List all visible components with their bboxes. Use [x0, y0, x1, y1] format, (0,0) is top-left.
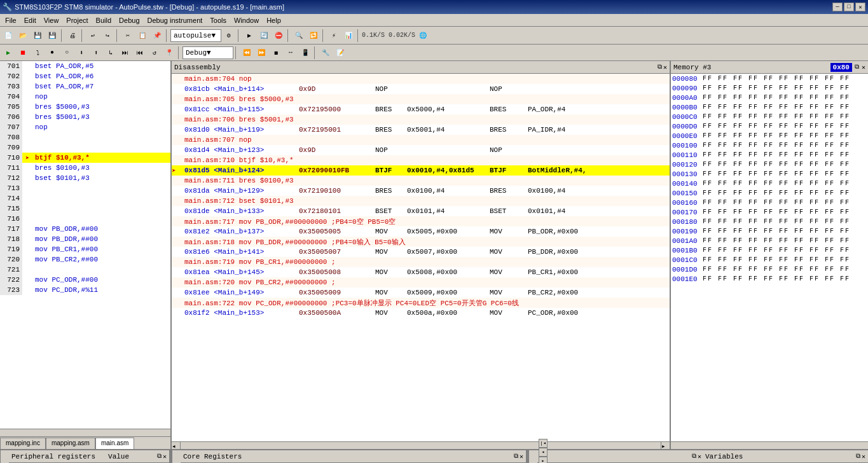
line-code-text[interactable]: btjf $10,#3,* — [32, 154, 90, 162]
maximize-button[interactable]: □ — [844, 3, 854, 11]
periph-float-button[interactable]: ⧉ — [157, 453, 162, 460]
d5[interactable]: 📱 — [298, 46, 312, 60]
periph-close-button[interactable]: ✕ — [163, 453, 167, 460]
line-code-text[interactable]: nop — [32, 123, 48, 131]
step-out-button[interactable]: ⬆ — [89, 46, 103, 60]
next-button[interactable]: ⏭ — [118, 46, 132, 60]
find-button[interactable]: 🔍 — [292, 29, 306, 43]
paste-button[interactable]: 📌 — [150, 29, 164, 43]
disasm-scroll-left[interactable]: ◂ — [172, 442, 181, 449]
menu-item-help[interactable]: Help — [263, 15, 285, 25]
source-hscroll[interactable] — [0, 429, 170, 436]
save-button[interactable]: 💾 — [31, 29, 45, 43]
watch-nav-prev[interactable]: ◂ — [539, 448, 548, 457]
tab-main-asm[interactable]: main.asm — [95, 438, 134, 449]
disasm-hex: 0x72195000 — [299, 106, 375, 113]
title-bar: 🔧 STM8S103F2P STM8 simulator - AutoPulse… — [0, 0, 868, 14]
line-code-text[interactable]: nop — [32, 93, 48, 100]
menu-item-build[interactable]: Build — [92, 15, 115, 25]
stop-build-button[interactable]: ⛔ — [272, 29, 286, 43]
d4[interactable]: ↔ — [284, 46, 298, 60]
minimize-button[interactable]: ─ — [832, 3, 843, 11]
rebuild-button[interactable]: 🔄 — [257, 29, 271, 43]
line-code-text[interactable]: bset PA_ODR,#5 — [32, 62, 93, 70]
menu-item-window[interactable]: Window — [230, 15, 263, 25]
step-over-button[interactable]: ⤵ — [31, 46, 45, 60]
tab-mapping-inc[interactable]: mapping.inc — [0, 438, 46, 449]
line-code-text[interactable]: bres $5001,#3 — [32, 113, 90, 121]
tab-mapping-asm[interactable]: mapping.asm — [46, 438, 95, 449]
watch-float-button[interactable]: ⧉ — [692, 453, 696, 460]
memory-hscroll[interactable] — [671, 441, 868, 449]
settings-button[interactable]: ⚙ — [222, 29, 236, 43]
replace-button[interactable]: 🔁 — [307, 29, 320, 43]
prev-button[interactable]: ⏮ — [133, 46, 147, 60]
core-float-button[interactable]: ⧉ — [514, 453, 518, 460]
var-close-button[interactable]: ✕ — [862, 453, 865, 460]
open-button[interactable]: 📂 — [16, 29, 30, 43]
misc-debug-button[interactable]: 📍 — [162, 46, 176, 60]
core-side-label: Core Registers — [172, 450, 181, 463]
connect-button[interactable]: 🌐 — [416, 29, 430, 43]
line-code-text[interactable]: mov PC_ODR,##00 — [32, 276, 98, 284]
watch-nav-next[interactable]: ▸ — [539, 457, 548, 464]
main-content: 701 bset PA_ODR,#5702 bset PA_ODR,#6703 … — [0, 61, 868, 449]
memory-close-button[interactable]: ✕ — [862, 64, 865, 71]
line-code-text[interactable]: bres $0100,#3 — [32, 164, 90, 172]
d1[interactable]: ⏪ — [240, 46, 254, 60]
new-button[interactable]: 📄 — [1, 29, 15, 43]
menu-item-tools[interactable]: Tools — [206, 15, 230, 25]
source-line-716: 716 — [0, 214, 170, 224]
reset-button[interactable]: ↺ — [148, 46, 162, 60]
e1[interactable]: 🔧 — [319, 46, 333, 60]
watch-nav-first[interactable]: |◂ — [539, 439, 548, 448]
disasm-scroll-right[interactable]: ▸ — [661, 442, 670, 449]
line-code-text[interactable]: bset PA_ODR,#7 — [32, 83, 93, 90]
line-code-text[interactable]: bset $0101,#3 — [32, 174, 90, 182]
undo-button[interactable]: ↩ — [86, 29, 100, 43]
line-code-text[interactable]: mov PB_CR1,##00 — [32, 245, 98, 253]
line-code-text[interactable]: mov PB_CR2,##00 — [32, 256, 98, 263]
stop-debug-button[interactable]: ⏹ — [16, 46, 30, 60]
disasm-title: Disassembly — [174, 64, 221, 71]
menu-item-view[interactable]: View — [40, 15, 63, 25]
misc2-button[interactable]: 📊 — [341, 29, 355, 43]
mem-data: FF FF FF FF FF FF FF FF FF FF — [703, 151, 850, 158]
clear-break-button[interactable]: ○ — [60, 46, 74, 60]
breakpoint-button[interactable]: ● — [45, 46, 59, 60]
line-code-text[interactable]: bres $5000,#3 — [32, 103, 90, 111]
run-button[interactable]: ▶ — [1, 46, 15, 60]
disasm-addr: 0x81e2 <Main_b+137> — [184, 228, 299, 235]
debug-dropdown[interactable]: Debug▼ — [183, 46, 233, 59]
close-button[interactable]: ✕ — [855, 3, 865, 11]
build-button[interactable]: ▶ — [242, 29, 256, 43]
menu-item-debug instrument[interactable]: Debug instrument — [144, 15, 207, 25]
menu-item-project[interactable]: Project — [62, 15, 92, 25]
disasm-float-button[interactable]: ⧉ — [658, 64, 662, 71]
save-all-button[interactable]: 💾 — [45, 29, 59, 43]
line-code-text[interactable]: mov PC_DDR,#%11 — [32, 286, 98, 294]
var-float-button[interactable]: ⧉ — [856, 453, 860, 460]
copy-button[interactable]: 📋 — [135, 29, 149, 43]
run-cursor-button[interactable]: ↳ — [104, 46, 118, 60]
project-dropdown[interactable]: autopulse▼ — [170, 29, 221, 42]
d2[interactable]: ⏩ — [254, 46, 268, 60]
menu-item-file[interactable]: File — [1, 15, 20, 25]
menu-item-debug[interactable]: Debug — [115, 15, 143, 25]
e2[interactable]: 📝 — [333, 46, 347, 60]
disasm-hscroll[interactable] — [181, 442, 661, 449]
line-code-text[interactable]: bset PA_ODR,#6 — [32, 73, 93, 80]
disasm-close-button[interactable]: ✕ — [663, 64, 667, 71]
redo-button[interactable]: ↪ — [100, 29, 114, 43]
watch-close-button[interactable]: ✕ — [698, 453, 701, 460]
d3[interactable]: ◼ — [269, 46, 283, 60]
cut-button[interactable]: ✂ — [121, 29, 135, 43]
line-code-text[interactable]: mov PB_DDR,##00 — [32, 235, 98, 243]
line-code-text[interactable]: mov PB_ODR,##00 — [32, 225, 98, 233]
print-button[interactable]: 🖨 — [65, 29, 79, 43]
misc1-button[interactable]: ⚡ — [327, 29, 341, 43]
core-close-button[interactable]: ✕ — [520, 453, 523, 460]
step-in-button[interactable]: ⬇ — [74, 46, 88, 60]
memory-float-button[interactable]: ⧉ — [855, 64, 859, 71]
menu-item-edit[interactable]: Edit — [20, 15, 40, 25]
